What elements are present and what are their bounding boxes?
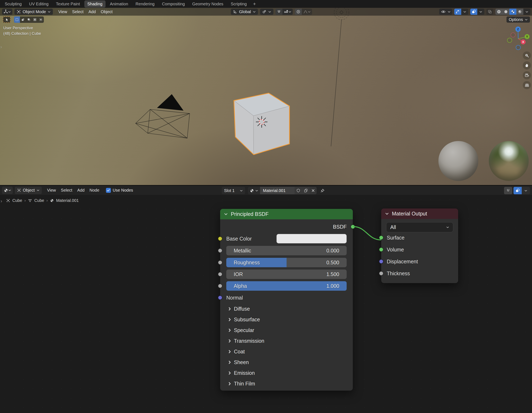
shader-node-canvas[interactable]: › Cube › Cube › Material.001 Principled … (0, 195, 532, 413)
select-mode-subtract-button[interactable] (26, 17, 32, 23)
tab-sculpting[interactable]: Sculpting (2, 0, 25, 8)
surface-socket[interactable] (379, 235, 383, 240)
navigation-gizmo[interactable]: Z Y X (506, 19, 531, 52)
thickness-socket[interactable] (379, 271, 383, 276)
tab-uv-editing[interactable]: UV Editing (26, 0, 52, 8)
panel-transmission[interactable]: Transmission (220, 336, 353, 346)
node-snap-toggle[interactable] (504, 187, 512, 194)
bsdf-output-socket[interactable] (351, 224, 355, 229)
ior-socket[interactable] (218, 272, 222, 276)
shader-overlays-toggle[interactable] (513, 187, 522, 194)
displacement-socket[interactable] (379, 259, 383, 264)
menu-object[interactable]: Object (98, 9, 115, 15)
output-target-select[interactable]: All (386, 222, 453, 232)
metallic-slider[interactable]: Metallic 0.000 (226, 246, 347, 255)
camera-view-button[interactable] (523, 71, 531, 79)
proportional-editing-toggle[interactable] (295, 9, 302, 15)
3d-viewport[interactable]: Object Mode View Select Add Object Globa… (0, 8, 532, 185)
menu-view[interactable]: View (56, 9, 69, 15)
volume-socket[interactable] (379, 247, 383, 252)
add-workspace-button[interactable]: + (251, 1, 258, 7)
tab-shading[interactable]: Shading (84, 0, 105, 8)
editor-type-button[interactable] (2, 9, 12, 15)
surface-label: Surface (387, 235, 404, 241)
shading-rendered-button[interactable] (516, 9, 523, 15)
menu-node[interactable]: Node (87, 187, 102, 193)
shading-options-button[interactable] (523, 9, 530, 15)
roughness-socket[interactable] (218, 260, 222, 265)
panel-specular[interactable]: Specular (220, 325, 353, 335)
menu-add[interactable]: Add (75, 187, 87, 193)
snap-toggle-button[interactable] (276, 9, 283, 15)
ior-slider[interactable]: IOR 1.500 (226, 269, 347, 279)
sidebar-expand-arrow[interactable]: › (1, 199, 2, 204)
proportional-falloff-button[interactable] (302, 9, 312, 15)
breadcrumb-mesh[interactable]: Cube (34, 198, 44, 203)
xray-toggle[interactable] (486, 9, 493, 15)
alpha-slider[interactable]: Alpha 1.000 (226, 281, 347, 291)
alpha-socket[interactable] (218, 284, 222, 288)
tab-scripting[interactable]: Scripting (228, 0, 250, 8)
tab-rendering[interactable]: Rendering (133, 0, 158, 8)
tab-animation[interactable]: Animation (107, 0, 131, 8)
hdri-preview-sphere[interactable] (489, 141, 529, 181)
snap-target-button[interactable] (283, 9, 293, 15)
select-mode-set-button[interactable] (14, 17, 20, 23)
show-gizmo-toggle[interactable] (454, 9, 461, 15)
principled-node-header[interactable]: Principled BSDF (220, 209, 353, 219)
zoom-button[interactable] (523, 51, 531, 60)
tab-geometry-nodes[interactable]: Geometry Nodes (189, 0, 226, 8)
tab-compositing[interactable]: Compositing (159, 0, 188, 8)
mode-selector[interactable]: Object Mode (14, 9, 53, 15)
shading-solid-button[interactable] (502, 9, 509, 15)
unlink-material-button[interactable] (310, 187, 317, 194)
perspective-toggle-button[interactable] (523, 81, 531, 89)
gizmo-options-button[interactable] (461, 9, 468, 15)
transform-orientation-selector[interactable]: Global (231, 9, 258, 15)
node-principled-bsdf[interactable]: Principled BSDF BSDF Base Color Metallic… (220, 209, 353, 391)
base-color-swatch[interactable] (276, 234, 347, 243)
panel-sheen[interactable]: Sheen (220, 358, 353, 367)
object-visibility-selector[interactable] (439, 9, 452, 15)
menu-add[interactable]: Add (86, 9, 98, 15)
active-tool-tweak-button[interactable] (3, 17, 10, 23)
shader-editor-type-button[interactable] (2, 187, 13, 194)
material-slot-selector[interactable]: Slot 1 (222, 187, 245, 194)
roughness-slider[interactable]: Roughness 0.500 (226, 258, 347, 267)
panel-subsurface[interactable]: Subsurface (220, 315, 353, 324)
fake-user-button[interactable] (294, 187, 302, 194)
pan-button[interactable] (523, 61, 531, 70)
menu-select[interactable]: Select (69, 9, 86, 15)
normal-socket[interactable] (218, 295, 222, 300)
shader-overlays-options[interactable] (522, 187, 530, 194)
pivot-point-selector[interactable] (260, 9, 273, 15)
browse-material-button[interactable] (248, 187, 260, 194)
overlays-options-button[interactable] (477, 9, 484, 15)
breadcrumb-object[interactable]: Cube (12, 198, 22, 203)
material-name-field[interactable]: Material.001 (260, 187, 294, 194)
menu-select[interactable]: Select (58, 187, 75, 193)
shading-wireframe-button[interactable] (495, 9, 502, 15)
metallic-socket[interactable] (218, 248, 222, 253)
shader-type-selector[interactable]: Object (15, 187, 42, 194)
menu-view[interactable]: View (45, 187, 58, 193)
new-material-button[interactable] (302, 187, 310, 194)
show-overlays-toggle[interactable] (470, 9, 477, 15)
base-color-socket[interactable] (218, 236, 222, 241)
panel-thin-film[interactable]: Thin Film (220, 379, 353, 388)
pin-button[interactable] (320, 188, 326, 193)
panel-diffuse[interactable]: Diffuse (220, 304, 353, 313)
node-material-output[interactable]: Material Output All Surface Volume Displ… (381, 208, 458, 283)
select-mode-invert-button[interactable] (32, 17, 38, 23)
breadcrumb-material[interactable]: Material.001 (56, 198, 79, 203)
use-nodes-checkbox[interactable] (106, 188, 111, 193)
panel-label: Specular (234, 327, 254, 333)
toolbar-expand-arrow[interactable]: › (0, 44, 2, 50)
panel-coat[interactable]: Coat (220, 347, 353, 356)
shading-material-preview-button[interactable] (509, 9, 516, 15)
material-output-node-header[interactable]: Material Output (381, 209, 458, 219)
select-mode-intersect-button[interactable] (38, 17, 44, 23)
tab-texture-paint[interactable]: Texture Paint (53, 0, 83, 8)
panel-emission[interactable]: Emission (220, 368, 353, 378)
select-mode-extend-button[interactable] (20, 17, 26, 23)
